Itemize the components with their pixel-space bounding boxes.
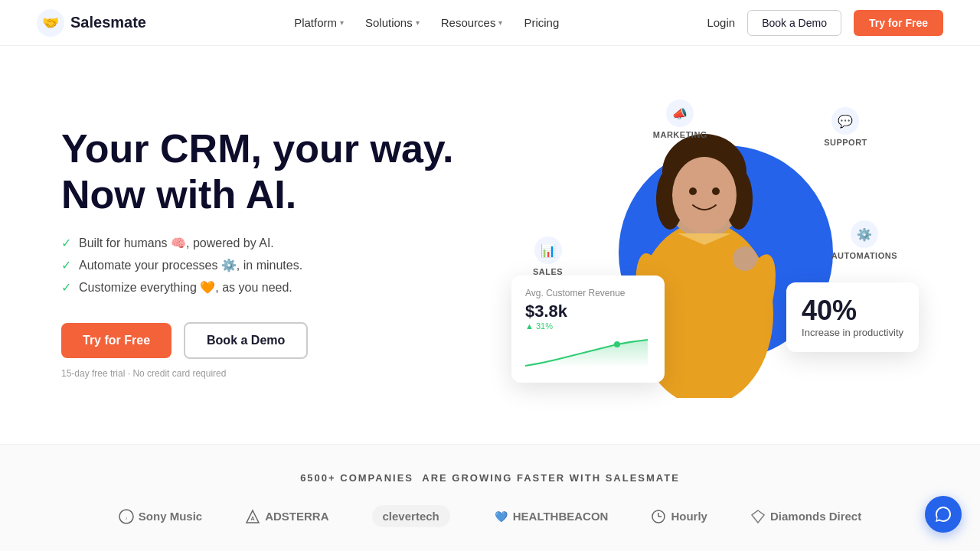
marketing-icon: 📣 xyxy=(666,99,694,127)
logo[interactable]: 🤝 Salesmate xyxy=(37,9,146,37)
hero-section: Your CRM, your way. Now with AI. ✓ Built… xyxy=(0,46,980,444)
hero-title: Your CRM, your way. Now with AI. xyxy=(61,126,473,218)
svg-text:🤝: 🤝 xyxy=(42,15,60,31)
brand-hourly: Hourly xyxy=(651,509,707,524)
nav-platform[interactable]: Platform ▾ xyxy=(294,16,344,29)
svg-point-9 xyxy=(712,187,720,195)
nav-links: Platform ▾ Solutions ▾ Resources ▾ Prici… xyxy=(294,16,559,29)
adsterra-icon: A xyxy=(245,509,260,524)
hero-book-demo-button[interactable]: Book a Demo xyxy=(184,322,308,359)
revenue-amount: $3.8k xyxy=(525,302,651,321)
chevron-down-icon: ▾ xyxy=(340,18,344,27)
float-label-support: 💬 SUPPORT xyxy=(824,107,867,147)
hero-try-free-button[interactable]: Try for Free xyxy=(61,323,172,358)
feature-1: ✓ Built for humans 🧠, powered by AI. xyxy=(61,236,473,250)
svg-point-13 xyxy=(614,341,620,347)
nav-pricing[interactable]: Pricing xyxy=(524,16,559,29)
revenue-chart xyxy=(525,337,648,367)
automations-icon: ⚙️ xyxy=(851,220,878,248)
chevron-down-icon: ▾ xyxy=(416,18,420,27)
svg-marker-22 xyxy=(752,510,764,523)
svg-point-7 xyxy=(672,157,737,233)
float-label-sales: 📊 SALES xyxy=(533,236,563,276)
feature-2: ✓ Automate your processes ⚙️, in minutes… xyxy=(61,258,473,272)
nav-actions: Login Book a Demo Try for Free xyxy=(707,10,943,36)
hero-features: ✓ Built for humans 🧠, powered by AI. ✓ A… xyxy=(61,236,473,295)
hero-left: Your CRM, your way. Now with AI. ✓ Built… xyxy=(61,126,473,380)
brand-sony: ♪ Sony Music xyxy=(119,509,202,524)
productivity-text: Increase in productivity xyxy=(802,327,903,340)
svg-text:♪: ♪ xyxy=(125,516,127,520)
float-label-marketing: 📣 MARKETING xyxy=(653,99,707,139)
nav-resources[interactable]: Resources ▾ xyxy=(441,16,503,29)
sony-icon: ♪ xyxy=(119,509,134,524)
revenue-card-title: Avg. Customer Revenue xyxy=(525,288,651,298)
logo-text: Salesmate xyxy=(70,14,146,31)
brand-healthbeacon: 💙 HEALTHBEACON xyxy=(493,509,609,524)
brand-adsterra: A ADSTERRA xyxy=(245,509,328,524)
diamonds-icon xyxy=(750,509,766,524)
try-free-button[interactable]: Try for Free xyxy=(854,10,943,36)
svg-point-12 xyxy=(733,246,757,271)
login-button[interactable]: Login xyxy=(707,16,735,29)
nav-solutions[interactable]: Solutions ▾ xyxy=(365,16,420,29)
revenue-badge: ▲ 31% xyxy=(525,321,651,331)
brand-clevertech: clevertech xyxy=(372,505,450,527)
brand-diamonds-direct: Diamonds Direct xyxy=(750,509,861,524)
revenue-card: Avg. Customer Revenue $3.8k ▲ 31% xyxy=(511,276,665,383)
brands-row: ♪ Sony Music A ADSTERRA clevertech 💙 HEA… xyxy=(37,505,943,527)
check-icon: ✓ xyxy=(61,258,71,272)
chat-icon xyxy=(934,505,952,523)
check-icon: ✓ xyxy=(61,280,71,295)
svg-point-8 xyxy=(689,187,697,195)
hero-buttons: Try for Free Book a Demo xyxy=(61,322,473,359)
hero-illustration: 📣 MARKETING 💬 SUPPORT 📊 SALES ⚙️ AUTOMAT… xyxy=(490,92,919,413)
brands-section: 6500+ COMPANIES ARE GROWING FASTER WITH … xyxy=(0,444,980,551)
float-label-automations: ⚙️ AUTOMATIONS xyxy=(831,220,897,260)
svg-text:💙: 💙 xyxy=(494,510,508,523)
productivity-card: 40% Increase in productivity xyxy=(786,282,919,352)
book-demo-button[interactable]: Book a Demo xyxy=(747,10,841,36)
hourly-icon xyxy=(651,509,666,524)
chevron-down-icon: ▾ xyxy=(498,18,502,27)
support-icon: 💬 xyxy=(831,107,859,135)
healthbeacon-icon: 💙 xyxy=(493,509,508,524)
productivity-percentage: 40% xyxy=(802,295,903,327)
sales-icon: 📊 xyxy=(534,236,562,264)
logo-icon: 🤝 xyxy=(37,9,64,37)
brands-headline: 6500+ COMPANIES ARE GROWING FASTER WITH … xyxy=(37,472,943,484)
check-icon: ✓ xyxy=(61,236,71,250)
hero-disclaimer: 15-day free trial · No credit card requi… xyxy=(61,368,473,379)
navbar: 🤝 Salesmate Platform ▾ Solutions ▾ Resou… xyxy=(0,0,980,46)
chat-bubble[interactable] xyxy=(925,496,962,533)
svg-text:A: A xyxy=(251,516,255,521)
feature-3: ✓ Customize everything 🧡, as you need. xyxy=(61,280,473,295)
